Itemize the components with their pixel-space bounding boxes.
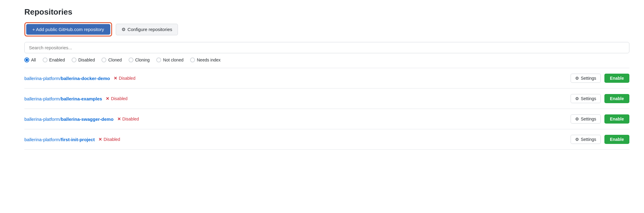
filter-option-cloned[interactable]: Cloned [101, 58, 122, 62]
status-badge: Disabled [119, 76, 135, 81]
search-input[interactable] [24, 42, 629, 53]
status-badge: Disabled [111, 96, 127, 101]
repo-status: ✕Disabled [117, 117, 139, 121]
configure-repos-label: Configure repositories [128, 27, 172, 32]
enable-button[interactable]: Enable [604, 114, 629, 124]
gear-icon: ⚙ [122, 27, 126, 32]
status-badge: Disabled [104, 137, 120, 142]
filter-label-disabled: Disabled [78, 58, 95, 62]
add-repo-button[interactable]: + Add public GitHub.com repository [26, 24, 110, 35]
table-row: ballerina-platform/ballerina-examples✕Di… [24, 89, 629, 109]
filter-label-all: All [31, 58, 36, 62]
table-row: ballerina-platform/ballerina-swagger-dem… [24, 109, 629, 129]
filter-label-not-cloned: Not cloned [163, 58, 183, 62]
repo-name[interactable]: ballerina-platform/ballerina-examples [24, 96, 102, 101]
filter-option-not-cloned[interactable]: Not cloned [156, 58, 183, 62]
filter-option-disabled[interactable]: Disabled [72, 58, 95, 62]
configure-repos-button[interactable]: ⚙ Configure repositories [116, 24, 178, 35]
gear-icon: ⚙ [575, 137, 579, 142]
filter-option-enabled[interactable]: Enabled [43, 58, 65, 62]
disabled-icon: ✕ [98, 137, 102, 142]
filter-row: AllEnabledDisabledClonedCloningNot clone… [24, 58, 629, 62]
radio-enabled [43, 58, 48, 62]
settings-button[interactable]: ⚙Settings [571, 94, 601, 103]
enable-button[interactable]: Enable [604, 74, 629, 83]
radio-needs-index [190, 58, 195, 62]
disabled-icon: ✕ [114, 76, 117, 81]
filter-label-cloning: Cloning [135, 58, 150, 62]
filter-option-all[interactable]: All [24, 58, 36, 62]
table-row: ballerina-platform/first-init-project✕Di… [24, 129, 629, 150]
page-title: Repositories [24, 7, 629, 17]
radio-disabled [72, 58, 76, 62]
gear-icon: ⚙ [575, 96, 579, 101]
radio-all [24, 58, 29, 62]
disabled-icon: ✕ [117, 117, 121, 121]
enable-button[interactable]: Enable [604, 135, 629, 144]
enable-button[interactable]: Enable [604, 94, 629, 103]
add-repo-btn-highlight: + Add public GitHub.com repository [24, 22, 112, 37]
repo-name[interactable]: ballerina-platform/ballerina-docker-demo [24, 76, 110, 81]
disabled-icon: ✕ [106, 96, 109, 101]
filter-label-enabled: Enabled [49, 58, 65, 62]
radio-cloning [129, 58, 133, 62]
filter-label-cloned: Cloned [108, 58, 122, 62]
repo-name[interactable]: ballerina-platform/first-init-project [24, 137, 95, 142]
repo-status: ✕Disabled [98, 137, 120, 142]
repo-status: ✕Disabled [106, 96, 127, 101]
settings-button[interactable]: ⚙Settings [571, 135, 601, 144]
gear-icon: ⚙ [575, 117, 579, 121]
status-badge: Disabled [122, 117, 139, 121]
gear-icon: ⚙ [575, 76, 579, 81]
repo-status: ✕Disabled [114, 76, 135, 81]
toolbar: + Add public GitHub.com repository ⚙ Con… [24, 22, 629, 37]
repo-list: ballerina-platform/ballerina-docker-demo… [24, 68, 629, 150]
settings-button[interactable]: ⚙Settings [571, 74, 601, 83]
filter-option-needs-index[interactable]: Needs index [190, 58, 221, 62]
radio-cloned [101, 58, 106, 62]
table-row: ballerina-platform/ballerina-docker-demo… [24, 68, 629, 89]
filter-option-cloning[interactable]: Cloning [129, 58, 150, 62]
repo-name[interactable]: ballerina-platform/ballerina-swagger-dem… [24, 117, 114, 122]
radio-not-cloned [156, 58, 161, 62]
settings-button[interactable]: ⚙Settings [571, 114, 601, 124]
filter-label-needs-index: Needs index [197, 58, 221, 62]
